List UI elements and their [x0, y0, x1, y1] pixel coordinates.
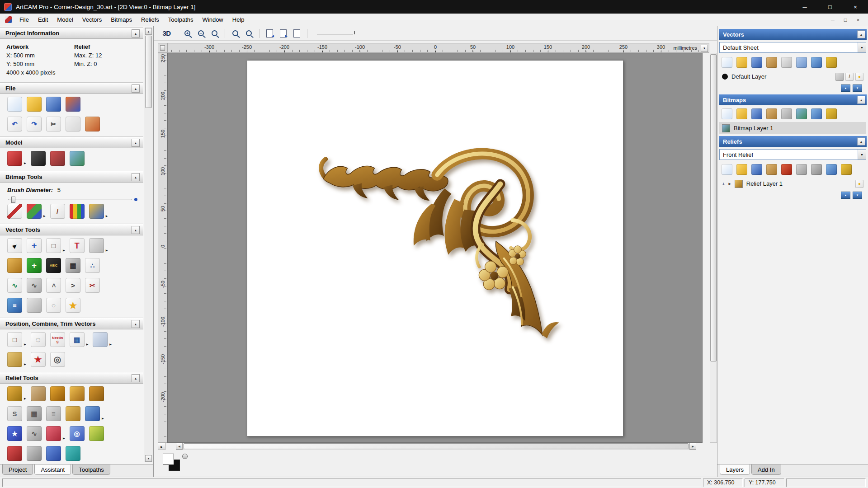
paint-icon[interactable] — [7, 204, 22, 219]
move-layer-down-button[interactable]: ▼ — [853, 192, 862, 199]
paste-icon[interactable] — [85, 117, 100, 131]
line-width-preview[interactable] — [317, 30, 359, 37]
new-sheet-icon[interactable] — [722, 57, 732, 68]
mdi-restore-button[interactable]: □ — [839, 15, 852, 24]
vertical-scrollbar[interactable] — [710, 53, 717, 443]
flyout-icon[interactable]: ▶ — [24, 343, 26, 347]
model-sheet[interactable] — [247, 60, 623, 436]
delete-bitmap-layer-icon[interactable] — [811, 108, 822, 119]
visibility-bulb-icon[interactable]: ● — [855, 180, 863, 188]
face-wizard-icon[interactable] — [7, 446, 22, 461]
flyout-icon[interactable]: ▶ — [63, 249, 65, 253]
2d-view-canvas[interactable] — [167, 53, 703, 443]
flyout-icon[interactable]: ▶ — [43, 214, 46, 219]
vector-layer-row[interactable]: Default Layer / ● — [719, 70, 866, 83]
horizontal-scrollbar[interactable]: ◀ ▶ — [176, 443, 696, 450]
slider-thumb[interactable] — [11, 197, 15, 203]
delete-layer-icon[interactable] — [811, 57, 822, 68]
trim-vectors-icon[interactable]: ✂ — [85, 278, 100, 293]
dome-wizard-icon[interactable] — [66, 446, 80, 461]
flyout-icon[interactable]: ▶ — [106, 249, 108, 253]
smooth-relief-icon[interactable]: S — [7, 406, 22, 421]
picture-icon[interactable] — [796, 108, 807, 119]
dropdown-icon[interactable]: ▼ — [858, 150, 866, 160]
bitmap-layer-row[interactable]: Bitmap Layer 1 — [719, 122, 866, 134]
zero-relief-icon[interactable] — [796, 164, 807, 175]
weave-wizard-icon[interactable]: ▦ — [27, 406, 42, 421]
new-bitmap-layer-icon[interactable] — [722, 108, 732, 119]
tab-project[interactable]: Project — [2, 465, 33, 475]
menu-file[interactable]: File — [15, 14, 33, 25]
open-relief-icon[interactable] — [736, 164, 747, 175]
shape-editor-icon[interactable] — [85, 406, 100, 421]
collapse-button[interactable]: ▲ — [132, 173, 140, 181]
scroll-up-button[interactable]: ▲ — [145, 28, 152, 35]
block-copy-icon[interactable]: ▦ — [70, 332, 85, 347]
align-vectors-icon[interactable]: □ — [7, 332, 22, 347]
create-polyline-icon[interactable]: ∿ — [7, 278, 22, 293]
edit-pencil-icon[interactable]: / — [845, 73, 854, 81]
menu-reliefs[interactable]: Reliefs — [137, 14, 164, 25]
wrap-text-icon[interactable]: ABC — [46, 258, 61, 273]
minimize-button[interactable]: ─ — [792, 0, 817, 14]
scroll-left-button[interactable]: ◀ — [176, 443, 183, 450]
ruler-unit-dropdown[interactable]: ▼ — [701, 45, 708, 52]
load-bitmap-icon[interactable] — [70, 151, 85, 166]
transform-vectors-icon[interactable]: + — [27, 238, 42, 253]
merge-layers-icon[interactable] — [796, 57, 807, 68]
measure-icon[interactable] — [89, 238, 104, 253]
model-volume-icon[interactable] — [31, 151, 46, 166]
record-macro-icon[interactable] — [66, 97, 80, 112]
smooth-chisel-icon[interactable] — [31, 386, 46, 401]
menu-toolpaths[interactable]: Toolpaths — [164, 14, 198, 25]
visibility-bulb-icon[interactable]: ● — [855, 73, 863, 81]
ruler-corner[interactable] — [158, 43, 167, 53]
toggle-bitmap-visibility-icon[interactable] — [826, 108, 837, 119]
collapse-button[interactable]: ▲ — [132, 29, 140, 38]
paste-along-curve-icon[interactable]: ▦ — [66, 258, 80, 273]
scroll-down-button[interactable]: ▼ — [145, 455, 152, 462]
create-bezier-icon[interactable]: > — [46, 278, 61, 293]
expand-icon[interactable]: ▶ — [728, 182, 731, 186]
copy-vectors-icon[interactable] — [66, 117, 80, 131]
zoom-object-button[interactable] — [229, 28, 241, 39]
swirl-wizard-icon[interactable] — [46, 446, 61, 461]
cut-vectors-icon[interactable]: ✂ — [46, 117, 61, 131]
view-previous-button[interactable]: ◀ — [264, 28, 276, 39]
colour-link-icon[interactable] — [182, 454, 188, 459]
close-button[interactable]: × — [843, 0, 868, 14]
group-vectors-icon[interactable] — [93, 332, 108, 347]
collapse-button[interactable]: ▲ — [132, 320, 140, 328]
move-layer-up-button[interactable]: ▲ — [841, 192, 850, 199]
create-freehand-icon[interactable]: ∿ — [27, 278, 42, 293]
create-text-icon[interactable]: T — [70, 238, 85, 253]
mirror-relief-icon[interactable] — [50, 151, 65, 166]
tab-toolpaths[interactable]: Toolpaths — [72, 465, 110, 475]
menu-vectors[interactable]: Vectors — [78, 14, 106, 25]
undo-icon[interactable]: ↶ — [7, 117, 22, 131]
layer-colour-swatch[interactable] — [722, 74, 728, 80]
zoom-in-button[interactable]: + — [181, 28, 193, 39]
fit-points-icon[interactable]: ∴ — [85, 258, 100, 273]
mdi-minimize-button[interactable]: ─ — [826, 15, 839, 24]
star-wizard-icon[interactable]: ★ — [7, 426, 22, 441]
delete-relief-layer-icon[interactable] — [826, 164, 837, 175]
move-layer-down-button[interactable]: ▼ — [853, 84, 862, 92]
lock-icon[interactable] — [835, 73, 844, 81]
flyout-icon[interactable]: ▶ — [86, 343, 89, 347]
scrollbar-thumb[interactable] — [184, 443, 689, 449]
edit-colour-palette-icon[interactable] — [70, 204, 85, 219]
circular-copy-icon[interactable]: ◌ — [31, 332, 46, 347]
create-circle-icon[interactable]: ◌ — [46, 298, 61, 313]
collapse-button[interactable]: ▲ — [132, 374, 140, 382]
sculpting-icon[interactable] — [7, 386, 22, 401]
flyout-icon[interactable]: ▶ — [24, 362, 26, 367]
new-model-icon[interactable] — [7, 97, 22, 112]
menu-edit[interactable]: Edit — [33, 14, 52, 25]
scrollbar-thumb[interactable] — [145, 36, 152, 108]
brush-diameter-slider[interactable] — [8, 199, 132, 200]
flyout-icon[interactable]: ▶ — [102, 417, 104, 421]
toggle-visibility-icon[interactable] — [826, 57, 837, 68]
flyout-icon[interactable]: ▶ — [24, 397, 26, 401]
save-relief-icon[interactable] — [751, 164, 762, 175]
